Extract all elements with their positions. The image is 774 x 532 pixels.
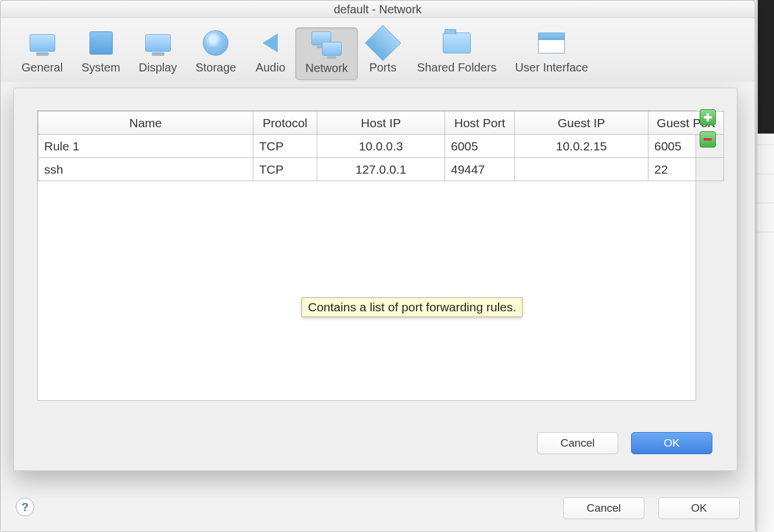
desktop-backdrop: default - Network General System Display… xyxy=(0,0,774,532)
cell-host-ip[interactable]: 127.0.0.1 xyxy=(317,158,445,181)
toolbar-item-user-interface[interactable]: User Interface xyxy=(506,27,598,79)
port-forwarding-table: Name Protocol Host IP Host Port Guest IP… xyxy=(38,111,724,181)
cell-host-ip[interactable]: 10.0.0.3 xyxy=(317,135,445,158)
cell-name[interactable]: ssh xyxy=(38,158,253,181)
col-name[interactable]: Name xyxy=(38,112,253,135)
settings-toolbar: General System Display Storage Audio Net… xyxy=(1,18,755,84)
settings-window: default - Network General System Display… xyxy=(0,0,755,532)
sheet-footer: Cancel OK xyxy=(537,432,712,454)
toolbar-item-general[interactable]: General xyxy=(12,27,72,79)
toolbar-item-audio[interactable]: Audio xyxy=(245,27,295,79)
rule-side-buttons xyxy=(700,109,716,148)
shared-folders-icon xyxy=(441,30,472,56)
toolbar-item-display[interactable]: Display xyxy=(130,27,187,79)
table-row[interactable]: Rule 1 TCP 10.0.0.3 6005 10.0.2.15 6005 xyxy=(38,135,724,158)
cell-guest-port[interactable]: 22 xyxy=(648,158,724,181)
ports-icon xyxy=(367,30,399,56)
toolbar-label: User Interface xyxy=(515,61,589,74)
settings-body: Adapter 2 Adapter 3 Adapter 4 Enable Net… xyxy=(1,82,755,531)
table-row[interactable]: ssh TCP 127.0.0.1 49447 22 xyxy=(38,158,724,181)
cell-guest-ip[interactable] xyxy=(515,158,648,181)
background-right-strip xyxy=(757,0,774,532)
toolbar-item-network[interactable]: Network xyxy=(295,27,357,80)
port-forwarding-sheet: Name Protocol Host IP Host Port Guest IP… xyxy=(13,88,737,471)
toolbar-label: System xyxy=(81,61,120,74)
toolbar-item-shared-folders[interactable]: Shared Folders xyxy=(408,27,506,79)
settings-footer: Cancel OK xyxy=(1,485,755,531)
toolbar-label: Shared Folders xyxy=(417,61,497,74)
audio-icon xyxy=(255,30,286,56)
sheet-ok-button[interactable]: OK xyxy=(631,432,712,454)
toolbar-label: Storage xyxy=(195,61,236,74)
sheet-cancel-button[interactable]: Cancel xyxy=(537,432,618,454)
remove-rule-button[interactable] xyxy=(700,131,716,148)
tooltip: Contains a list of port forwarding rules… xyxy=(302,297,522,317)
col-host-ip[interactable]: Host IP xyxy=(317,112,445,135)
general-icon xyxy=(27,30,58,56)
cell-protocol[interactable]: TCP xyxy=(253,135,317,158)
toolbar-label: Ports xyxy=(370,61,397,74)
col-guest-ip[interactable]: Guest IP xyxy=(515,112,648,135)
col-protocol[interactable]: Protocol xyxy=(253,112,317,135)
toolbar-item-ports[interactable]: Ports xyxy=(358,27,408,79)
display-icon xyxy=(142,30,174,56)
settings-ok-button[interactable]: OK xyxy=(658,497,740,519)
storage-icon xyxy=(200,30,231,56)
toolbar-item-system[interactable]: System xyxy=(72,27,130,79)
network-icon xyxy=(311,30,342,57)
cell-guest-ip[interactable]: 10.0.2.15 xyxy=(515,135,648,158)
col-host-port[interactable]: Host Port xyxy=(445,112,515,135)
cell-protocol[interactable]: TCP xyxy=(253,158,317,181)
add-rule-button[interactable] xyxy=(700,109,716,125)
table-header-row: Name Protocol Host IP Host Port Guest IP… xyxy=(38,112,724,135)
toolbar-label: Display xyxy=(139,61,177,74)
user-interface-icon xyxy=(536,30,567,56)
toolbar-label: Audio xyxy=(256,61,285,74)
toolbar-item-storage[interactable]: Storage xyxy=(186,27,245,79)
window-title: default - Network xyxy=(1,1,755,18)
toolbar-label: General xyxy=(21,61,63,74)
cell-host-port[interactable]: 49447 xyxy=(445,158,515,181)
system-icon xyxy=(85,30,117,56)
cell-name[interactable]: Rule 1 xyxy=(38,135,253,158)
settings-cancel-button[interactable]: Cancel xyxy=(563,497,644,519)
cell-host-port[interactable]: 6005 xyxy=(445,135,515,158)
toolbar-label: Network xyxy=(305,62,347,75)
port-forwarding-table-wrap[interactable]: Name Protocol Host IP Host Port Guest IP… xyxy=(37,110,696,401)
